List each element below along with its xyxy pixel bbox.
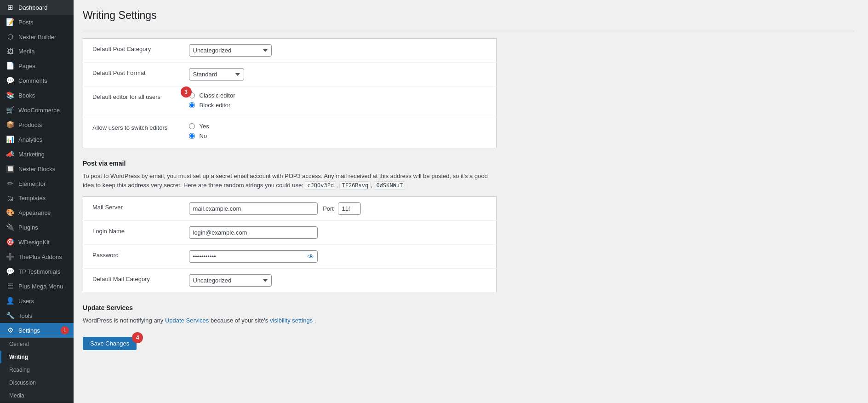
table-row: Default editor for all users 3 Classic e… [83,86,497,117]
field-label-mail-server: Mail Server [83,197,184,221]
sidebar-item-label-theplus-addons: ThePlus Addons [18,253,62,260]
nexter-builder-icon: ⬡ [6,33,15,41]
sidebar-item-theplus-addons[interactable]: ➕ ThePlus Addons [0,249,74,264]
wdesignkit-icon: 🎯 [6,238,15,246]
email-settings-table: Mail Server Port Login Name Pas [83,196,497,293]
radio-block-editor-label: Block editor [200,102,231,109]
radio-switch-yes-label: Yes [200,123,209,130]
update-services-heading: Update Services [83,304,854,311]
settings-content: Default Post Category Uncategorized Defa… [83,38,854,350]
radio-label-switch-no[interactable]: No [189,132,492,139]
sidebar-item-settings[interactable]: ⚙ Settings 1 [0,323,74,338]
radio-switch-no[interactable] [189,133,195,139]
table-row: Login Name [83,221,497,245]
random-string-2: TF26Rsvq [339,181,371,190]
sidebar-sub-label-discussion: Discussion [9,380,36,386]
mail-server-input[interactable] [189,202,318,215]
sidebar-item-pages[interactable]: 📄 Pages [0,58,74,73]
sidebar-sub-item-general[interactable]: General [0,338,74,351]
default-mail-category-select[interactable]: Uncategorized [189,274,272,287]
sidebar-item-label-products: Products [18,121,42,128]
sidebar-item-appearance[interactable]: 🎨 Appearance [0,205,74,220]
visibility-settings-link[interactable]: visibility settings [270,317,313,324]
sidebar-item-tools[interactable]: 🔧 Tools [0,308,74,323]
tutorial-badge-3: 3 [181,86,192,98]
sidebar-item-label-plugins: Plugins [18,224,38,231]
sidebar-sub-settings: GeneralWritingReadingDiscussionMedia [0,338,74,402]
radio-label-classic-editor[interactable]: Classic editor [189,92,492,99]
login-name-input[interactable] [189,226,318,239]
table-row: Default Mail Category Uncategorized [83,269,497,293]
sidebar-sub-item-discussion[interactable]: Discussion [0,376,74,389]
header-divider [83,31,854,31]
sidebar-item-nexter-blocks[interactable]: 🔲 Nexter Blocks [0,161,74,176]
field-label-default-mail-category: Default Mail Category [83,269,184,293]
products-icon: 📦 [6,121,15,129]
save-changes-button[interactable]: Save Changes [83,337,137,350]
sidebar-item-templates[interactable]: 🗂 Templates [0,191,74,205]
password-input[interactable] [189,250,318,263]
sidebar-item-nexter-builder[interactable]: ⬡ Nexter Builder [0,29,74,44]
sidebar-item-wdesignkit[interactable]: 🎯 WDesignKit [0,235,74,249]
marketing-icon: 📣 [6,150,15,158]
port-label: Port [323,205,334,212]
sidebar-item-products[interactable]: 📦 Products [0,117,74,132]
posts-icon: 📝 [6,18,15,26]
sidebar-item-tp-testimonials[interactable]: 💬 TP Testimonials [0,264,74,279]
sidebar-sub-item-writing[interactable]: Writing [0,351,74,363]
field-cell-default-post-format: Standard Aside Image [184,63,497,86]
sidebar-item-label-media: Media [18,48,34,55]
plugins-icon: 🔌 [6,223,15,231]
sidebar-item-comments[interactable]: 💬 Comments [0,73,74,88]
tp-testimonials-icon: 💬 [6,267,15,276]
update-services-desc-mid: because of your site's [211,317,270,324]
field-cell-default-mail-category: Uncategorized [184,269,497,293]
port-input[interactable] [338,202,361,215]
sidebar-item-books[interactable]: 📚 Books [0,88,74,103]
toggle-password-icon[interactable]: 👁 [308,253,314,260]
sidebar-item-users[interactable]: 👤 Users [0,294,74,308]
sidebar-item-label-appearance: Appearance [18,209,51,216]
radio-label-block-editor[interactable]: Block editor [189,102,492,109]
sidebar-item-plugins[interactable]: 🔌 Plugins [0,220,74,235]
settings-table: Default Post Category Uncategorized Defa… [83,38,497,148]
password-field-wrap: 👁 [189,250,318,263]
sidebar-item-label-dashboard: Dashboard [18,4,48,11]
update-services-link[interactable]: Update Services [165,317,209,324]
default-post-category-select[interactable]: Uncategorized [189,44,272,57]
update-services-desc-end: . [314,317,316,324]
sidebar-item-posts[interactable]: 📝 Posts [0,15,74,29]
post-via-email-heading: Post via email [83,160,854,167]
sidebar-item-label-settings: Settings [18,327,40,334]
sidebar-item-woocommerce[interactable]: 🛒 WooCommerce [0,103,74,117]
field-cell-allow-switch: Yes No [184,117,497,148]
update-services-description: WordPress is not notifying any Update Se… [83,316,497,325]
settings-icon: ⚙ [6,326,15,334]
field-cell-login-name [184,221,497,245]
sidebar-item-elementor[interactable]: ✏ Elementor [0,176,74,191]
sidebar-item-media[interactable]: 🖼 Media [0,44,74,58]
radio-block-editor[interactable] [189,102,195,108]
sidebar-item-analytics[interactable]: 📊 Analytics [0,132,74,147]
field-cell-mail-server: Port [184,197,497,221]
table-row: Allow users to switch editors Yes No [83,117,497,148]
sidebar-item-dashboard[interactable]: ⊞ Dashboard [0,0,74,15]
appearance-icon: 🎨 [6,208,15,217]
table-row: Password 👁 [83,245,497,269]
field-label-login-name: Login Name [83,221,184,245]
radio-switch-no-label: No [200,132,207,139]
tutorial-badge-4: 4 [132,332,143,343]
dashboard-icon: ⊞ [6,3,15,12]
radio-label-switch-yes[interactable]: Yes [189,123,492,130]
radio-switch-yes[interactable] [189,123,195,129]
analytics-icon: 📊 [6,135,15,144]
sidebar-sub-item-media[interactable]: Media [0,389,74,402]
table-row: Mail Server Port [83,197,497,221]
default-post-format-select[interactable]: Standard Aside Image [189,68,244,81]
sidebar-item-label-comments: Comments [18,77,47,84]
sidebar-sub-item-reading[interactable]: Reading [0,363,74,376]
sidebar-item-plus-mega-menu[interactable]: ☰ Plus Mega Menu [0,279,74,294]
sidebar-item-marketing[interactable]: 📣 Marketing [0,147,74,161]
pages-icon: 📄 [6,62,15,70]
random-string-1: cJQOv3Pd [305,181,336,190]
